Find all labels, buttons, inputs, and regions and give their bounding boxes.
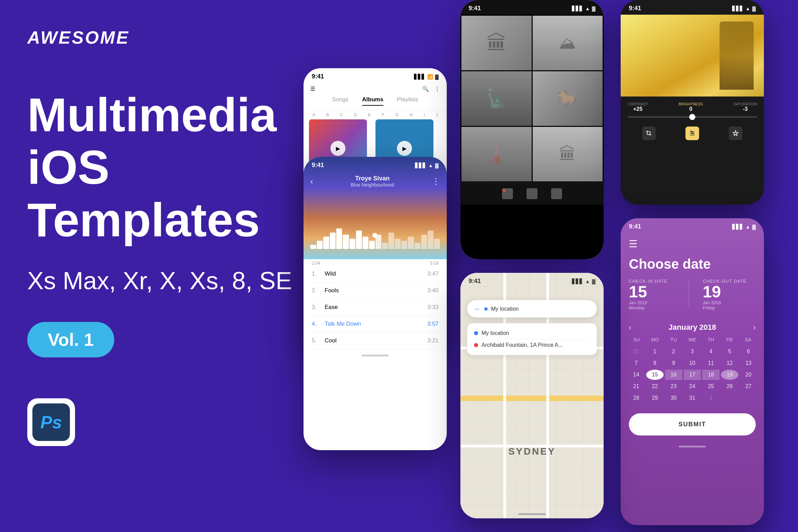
song-2[interactable]: 2. Fools 3:40 [312, 282, 439, 299]
cal-day-22[interactable]: 22 [646, 381, 664, 391]
player-album-info: Troye Sivan Blue Neighbourhood [351, 175, 394, 188]
edit-time: 9:41 [629, 5, 641, 12]
ps-label: Ps [32, 403, 70, 441]
photo-eiffel[interactable]: 🗼 [461, 127, 532, 181]
prev-month-btn[interactable]: ‹ [629, 323, 632, 332]
list-view-btn[interactable] [551, 188, 562, 199]
player-status-icons: ▋▋▋ ▲ ▓ [415, 162, 439, 169]
cal-day-17[interactable]: 17 [684, 370, 701, 380]
cal-day-7[interactable]: 7 [627, 358, 645, 368]
filter-btn[interactable] [729, 127, 742, 140]
photo-rushmore[interactable]: ⛰ [533, 16, 603, 70]
song-num-4: 4. [312, 321, 322, 327]
slider-thumb[interactable] [689, 114, 695, 120]
svg-point-4 [692, 133, 693, 134]
cal-day-4[interactable]: 4 [702, 346, 720, 357]
cal-day-8[interactable]: 8 [646, 358, 664, 368]
song-dur-4: 3:57 [427, 321, 439, 327]
status-time-2: 9:41 [469, 5, 481, 12]
more-icon[interactable]: ⋮ [434, 86, 440, 92]
map-status-bar: 9:41 ▋▋▋ ▲ ▓ [460, 273, 604, 287]
phone-calendar: 9:41 ▋▋▋ ▲ ▓ ☰ Choose date CHECK-IN DATE… [621, 218, 764, 525]
brightness-slider[interactable] [627, 116, 757, 118]
back-arrow-icon[interactable]: ← [474, 305, 481, 313]
cal-day-12[interactable]: 12 [721, 358, 738, 368]
cal-day-9[interactable]: 9 [665, 358, 682, 368]
cal-day-23[interactable]: 23 [665, 381, 682, 391]
song-num-2: 2. [312, 287, 322, 294]
cal-day-5[interactable]: 5 [721, 346, 738, 357]
hamburger-icon[interactable]: ☰ [310, 86, 315, 92]
cal-day-16[interactable]: 16 [665, 370, 682, 380]
status-bar-2: 9:41 ▋▋▋ ▲ ▓ [460, 0, 604, 15]
cal-day-27[interactable]: 27 [740, 381, 757, 391]
checkin-item: CHECK-IN DATE 15 Jan 2018 Monday [629, 279, 682, 310]
cal-days: 31 1 2 3 4 5 6 7 8 9 10 11 12 13 14 15 1… [627, 346, 757, 403]
search-icon[interactable]: 🔍 [422, 86, 429, 92]
photo-arc[interactable]: 🏛 [533, 127, 603, 181]
wifi-icon: 📶 [427, 74, 433, 79]
tab-playlists[interactable]: Playlists [397, 96, 418, 106]
player-album-art: 9:41 ▋▋▋ ▲ ▓ ‹ Troye Sivan Blue Neighbou… [304, 157, 447, 259]
cal-day-18[interactable]: 18 [702, 370, 720, 380]
cal-weekdays: SU MO TU WE TH FR SA [627, 336, 757, 344]
phone-nav-1: ☰ 🔍 ⋮ [304, 83, 447, 95]
cal-menu-icon[interactable]: ☰ [629, 238, 756, 250]
map-background: 9:41 ▋▋▋ ▲ ▓ ← My location My location [460, 273, 604, 518]
back-btn[interactable]: ‹ [310, 177, 313, 186]
next-month-btn[interactable]: › [753, 323, 756, 332]
cal-day-1-next[interactable]: 1 [702, 393, 720, 403]
song-1[interactable]: 1. Wild 3:47 [312, 266, 439, 282]
cal-day-10[interactable]: 10 [684, 358, 701, 368]
phone-map: 9:41 ▋▋▋ ▲ ▓ ← My location My location [460, 273, 604, 518]
grid-view-btn[interactable] [502, 188, 513, 199]
player-status-bar: 9:41 ▋▋▋ ▲ ▓ [304, 157, 447, 172]
contrast-value: +25 [627, 106, 648, 112]
cal-day-19[interactable]: 19 [721, 370, 738, 380]
cal-day-21[interactable]: 21 [627, 381, 645, 391]
play-btn-divide[interactable]: ▶ [397, 141, 412, 156]
cal-status-icons: ▋▋▋ ▲ ▓ [732, 223, 756, 230]
song-4[interactable]: 4. Talk Me Down 3:57 [312, 316, 439, 332]
status-bar-1: 9:41 ▋▋▋ 📶 ▓ [304, 68, 447, 83]
cal-day-2[interactable]: 2 [665, 346, 682, 357]
cal-day-26[interactable]: 26 [721, 381, 738, 391]
cal-day-28[interactable]: 28 [627, 393, 645, 403]
cal-day-20[interactable]: 20 [740, 370, 757, 380]
song-3[interactable]: 3. Ease 3:33 [312, 299, 439, 316]
cal-day-11[interactable]: 11 [702, 358, 720, 368]
cal-day-14[interactable]: 14 [627, 370, 645, 380]
tab-albums[interactable]: Albums [362, 96, 383, 106]
cal-day-25[interactable]: 25 [702, 381, 720, 391]
destination-item[interactable]: Archibald Fountain, 1A Prince A... [474, 339, 590, 351]
cal-day-30[interactable]: 30 [665, 393, 682, 403]
tab-songs[interactable]: Songs [332, 96, 349, 106]
cal-day-31[interactable]: 31 [684, 393, 701, 403]
status-icons-1: ▋▋▋ 📶 ▓ [414, 74, 439, 79]
photo-grid: 🏛 ⛰ 🗽 🐎 🗼 🏛 [460, 15, 604, 182]
cal-day-6[interactable]: 6 [740, 346, 757, 357]
song-5[interactable]: 5. Cool 3:21 [312, 332, 439, 349]
cal-day-1[interactable]: 1 [646, 346, 664, 357]
photo-horse[interactable]: 🐎 [533, 71, 603, 126]
phone-player: 9:41 ▋▋▋ ▲ ▓ ‹ Troye Sivan Blue Neighbou… [304, 157, 447, 450]
cal-day-29[interactable]: 29 [646, 393, 664, 403]
cal-day-15-today[interactable]: 15 [646, 370, 664, 380]
checkout-item: CHECK-OUT DATE 19 Jan 2018 Friday [696, 279, 756, 310]
battery-2: ▓ [592, 6, 595, 11]
crop-btn[interactable] [642, 127, 656, 140]
cal-day-31-prev[interactable]: 31 [627, 346, 645, 357]
cal-day-24[interactable]: 24 [684, 381, 701, 391]
player-more-btn[interactable]: ⋮ [432, 177, 440, 186]
adjust-btn[interactable] [685, 127, 699, 140]
origin-item[interactable]: My location [474, 327, 590, 339]
cal-day-13[interactable]: 13 [740, 358, 757, 368]
saturation-label: SATURATION [734, 102, 757, 106]
photo-arch[interactable]: 🏛 [461, 16, 532, 70]
submit-btn[interactable]: SUBMIT [629, 413, 756, 435]
cal-day-3[interactable]: 3 [684, 346, 701, 357]
medium-view-btn[interactable] [527, 188, 537, 199]
photo-statue[interactable]: 🗽 [461, 71, 532, 126]
map-search-bar[interactable]: ← My location [467, 300, 597, 317]
play-btn-zombies[interactable]: ▶ [330, 141, 345, 156]
